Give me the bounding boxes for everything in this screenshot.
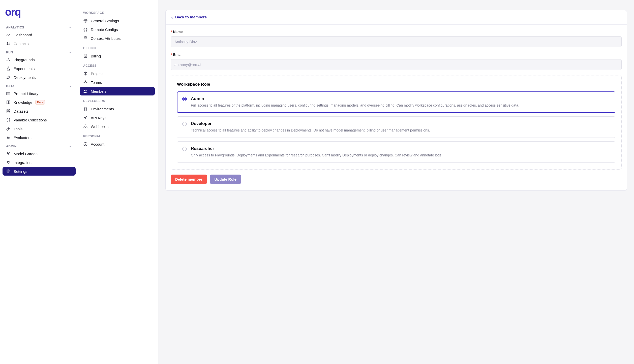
sec-item-webhooks[interactable]: Webhooks — [80, 122, 155, 131]
role-option-admin[interactable]: Admin Full access to all features of the… — [177, 91, 615, 113]
plug-icon — [6, 160, 11, 165]
nav-item-prompt-library[interactable]: Prompt Library — [3, 89, 76, 98]
email-input — [171, 59, 622, 70]
nav-item-label: Knowledge — [14, 100, 32, 105]
nav-group-title: RUN — [6, 51, 13, 54]
chevron-down-icon — [69, 84, 72, 88]
sec-item-label: Remote Configs — [91, 27, 118, 32]
nav-group-run[interactable]: RUN — [3, 48, 76, 55]
sec-item-account[interactable]: Account — [80, 140, 155, 148]
chevron-down-icon — [69, 51, 72, 54]
teams-icon — [83, 80, 88, 85]
field-name: *Name — [171, 30, 622, 47]
nav-item-evaluators[interactable]: fx Evaluators — [3, 133, 76, 142]
receipt-icon — [83, 54, 88, 58]
nav-item-label: Variable Collections — [14, 118, 47, 122]
nav-item-label: Experiments — [14, 67, 35, 71]
nav-item-contacts[interactable]: Contacts — [3, 39, 76, 48]
nav-item-integrations[interactable]: Integrations — [3, 158, 76, 167]
role-panel-title: Workspace Role — [177, 82, 615, 87]
layers-icon — [83, 107, 88, 111]
role-option-researcher[interactable]: Researcher Only access to Playgrounds, D… — [177, 141, 615, 163]
nav-item-knowledge[interactable]: Knowledge Beta — [3, 98, 76, 107]
nav-item-label: Playgrounds — [14, 58, 35, 62]
svg-point-19 — [84, 90, 85, 91]
nav-item-label: Settings — [14, 169, 27, 174]
nav-item-experiments[interactable]: Experiments — [3, 64, 76, 73]
gear-icon — [6, 169, 11, 174]
nav-group-data[interactable]: DATA — [3, 82, 76, 89]
sec-item-remote-configs[interactable]: { } Remote Configs — [80, 25, 155, 34]
nav-group-analytics[interactable]: ANALYTICS — [3, 23, 76, 30]
braces-icon — [6, 118, 11, 122]
sec-item-environments[interactable]: Environments — [80, 105, 155, 113]
radio-icon — [182, 122, 187, 126]
sec-item-label: Account — [91, 142, 104, 146]
chevron-down-icon — [69, 26, 72, 29]
sidebar-secondary: WORKSPACE General Settings { } Remote Co… — [78, 0, 158, 364]
users-icon — [6, 41, 11, 46]
globe-icon — [83, 18, 88, 23]
sec-item-label: API Keys — [91, 116, 106, 120]
delete-member-button[interactable]: Delete member — [171, 175, 207, 184]
app-root: orq ANALYTICS Dashboard Contacts RUN Pla… — [0, 0, 634, 364]
rocket-icon — [6, 75, 11, 80]
role-desc: Full access to all features of the platf… — [191, 103, 610, 108]
sec-group-billing: BILLING — [80, 43, 155, 51]
nav-item-playgrounds[interactable]: Playgrounds — [3, 55, 76, 64]
sec-item-context-attributes[interactable]: Context Attributes — [80, 34, 155, 43]
nav-item-variable-collections[interactable]: Variable Collections — [3, 116, 76, 124]
sec-item-members[interactable]: Members — [80, 87, 155, 95]
name-label: *Name — [171, 30, 622, 34]
role-name: Developer — [191, 121, 610, 126]
role-text: Researcher Only access to Playgrounds, D… — [191, 146, 610, 158]
nav-item-label: Tools — [14, 127, 22, 131]
nav-item-deployments[interactable]: Deployments — [3, 73, 76, 82]
nav-item-label: Integrations — [14, 160, 33, 165]
beta-badge: Beta — [35, 100, 45, 105]
sec-item-billing[interactable]: Billing — [80, 52, 155, 60]
sprout-icon — [6, 151, 11, 156]
chevron-down-icon — [69, 145, 72, 148]
sec-item-projects[interactable]: Projects — [80, 69, 155, 78]
members-icon — [83, 89, 88, 93]
sparkle-icon — [6, 57, 11, 62]
nav-item-model-garden[interactable]: Model Garden — [3, 149, 76, 158]
key-icon — [83, 115, 88, 120]
flask-icon — [6, 66, 11, 71]
nav-item-label: Dashboard — [14, 33, 32, 37]
svg-point-2 — [9, 77, 9, 77]
sec-item-general-settings[interactable]: General Settings — [80, 16, 155, 25]
radio-icon — [182, 147, 187, 151]
nav-group-title: ADMIN — [6, 145, 17, 148]
nav-item-tools[interactable]: Tools — [3, 124, 76, 133]
avatar-icon — [83, 142, 88, 146]
nav-item-label: Prompt Library — [14, 91, 38, 96]
role-panel: Workspace Role Admin Full access to all … — [171, 76, 622, 170]
cube-icon — [83, 71, 88, 76]
svg-rect-3 — [7, 92, 10, 93]
nav-item-dashboard[interactable]: Dashboard — [3, 30, 76, 39]
required-mark: * — [171, 53, 172, 57]
required-mark: * — [171, 30, 172, 34]
nav-item-label: Deployments — [14, 75, 36, 80]
nav-item-settings[interactable]: Settings — [3, 167, 76, 176]
role-desc: Technical access to all features and abi… — [191, 128, 610, 133]
nav-item-datasets[interactable]: Datasets — [3, 107, 76, 115]
sec-item-teams[interactable]: Teams — [80, 78, 155, 87]
sec-item-api-keys[interactable]: API Keys — [80, 113, 155, 122]
sec-group-developers: DEVELOPERS — [80, 96, 155, 104]
nav-group-admin[interactable]: ADMIN — [3, 142, 76, 149]
main-content: Back to members *Name *Email Workspace R… — [158, 0, 634, 364]
library-icon — [6, 91, 11, 96]
logo: orq — [3, 6, 76, 23]
back-to-members-link[interactable]: Back to members — [171, 15, 207, 19]
nav-group-title: ANALYTICS — [6, 26, 24, 29]
database-icon — [6, 109, 11, 113]
context-icon — [83, 36, 88, 41]
action-bar: Delete member Update Role — [171, 175, 622, 184]
update-role-button[interactable]: Update Role — [210, 175, 241, 184]
role-name: Admin — [191, 96, 610, 101]
role-desc: Only access to Playgrounds, Deployments … — [191, 153, 610, 158]
role-option-developer[interactable]: Developer Technical access to all featur… — [177, 116, 615, 138]
